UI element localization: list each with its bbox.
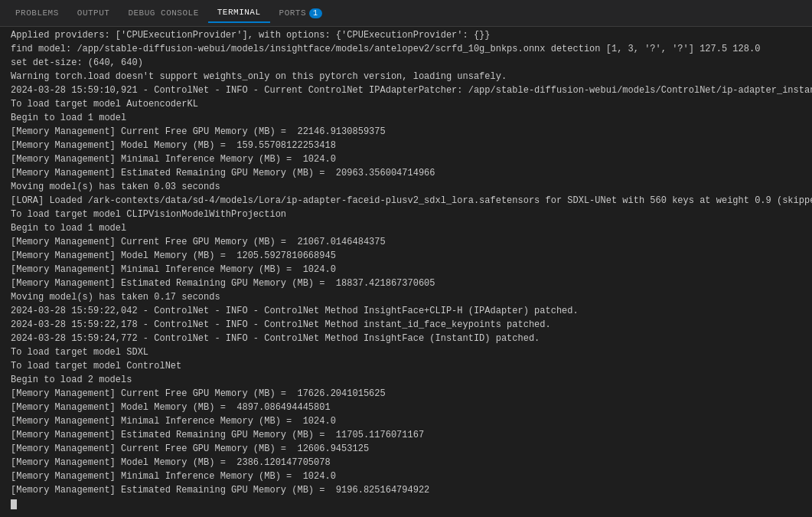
- terminal-line: Moving model(s) has taken 0.17 seconds: [11, 290, 801, 304]
- terminal-line: Warning torch.load doesn't support weigh…: [11, 70, 801, 83]
- terminal-cursor: [11, 499, 17, 509]
- tab-problems[interactable]: PROBLEMS: [6, 4, 68, 22]
- terminal-line: [Memory Management] Estimated Remaining …: [11, 428, 801, 442]
- tab-debug-console[interactable]: DEBUG CONSOLE: [119, 4, 207, 22]
- terminal-line: To load target model SDXL: [11, 345, 801, 359]
- terminal-line: find model: /app/stable-diffusion-webui/…: [11, 42, 801, 56]
- ports-badge: 1: [309, 8, 322, 18]
- terminal-line: [Memory Management] Current Free GPU Mem…: [11, 387, 801, 401]
- tab-terminal[interactable]: TERMINAL: [208, 3, 270, 23]
- terminal-line: [Memory Management] Minimal Inference Me…: [11, 414, 801, 428]
- terminal-line: [Memory Management] Model Memory (MB) = …: [11, 139, 801, 152]
- terminal-line: Begin to load 2 models: [11, 373, 801, 387]
- terminal-line: Begin to load 1 model: [11, 111, 801, 125]
- terminal-line: [Memory Management] Estimated Remaining …: [11, 276, 801, 290]
- terminal-line: [Memory Management] Minimal Inference Me…: [11, 263, 801, 276]
- terminal-line: 2024-03-28 15:59:10,921 - ControlNet - I…: [11, 83, 801, 97]
- terminal-line: [Memory Management] Current Free GPU Mem…: [11, 442, 801, 456]
- terminal-line: [Memory Management] Minimal Inference Me…: [11, 470, 801, 483]
- terminal-line: set det-size: (640, 640): [11, 56, 801, 70]
- terminal-line: Moving model(s) has taken 0.03 seconds: [11, 180, 801, 194]
- terminal-container[interactable]: find model: /app/stable-diffusion-webui/…: [0, 27, 812, 517]
- terminal-line: [Memory Management] Estimated Remaining …: [11, 166, 801, 180]
- terminal-line: [Memory Management] Model Memory (MB) = …: [11, 249, 801, 263]
- terminal-line: [Memory Management] Current Free GPU Mem…: [11, 125, 801, 139]
- ports-tab-label: PORTS: [279, 8, 307, 18]
- tab-ports[interactable]: PORTS 1: [270, 4, 331, 23]
- terminal-line: Applied providers: ['CPUExecutionProvide…: [11, 28, 801, 42]
- terminal-line: Begin to load 1 model: [11, 221, 801, 235]
- terminal-line: [Memory Management] Current Free GPU Mem…: [11, 235, 801, 249]
- terminal-line: [Memory Management] Estimated Remaining …: [11, 483, 801, 497]
- terminal-line: [LORA] Loaded /ark-contexts/data/sd-4/mo…: [11, 194, 801, 208]
- terminal-line: 2024-03-28 15:59:22,042 - ControlNet - I…: [11, 304, 801, 318]
- tab-bar: PROBLEMS OUTPUT DEBUG CONSOLE TERMINAL P…: [0, 0, 812, 27]
- tab-output[interactable]: OUTPUT: [68, 4, 119, 22]
- terminal-line: To load target model CLIPVisionModelWith…: [11, 208, 801, 221]
- terminal-line: [Memory Management] Model Memory (MB) = …: [11, 401, 801, 414]
- terminal-line: [Memory Management] Model Memory (MB) = …: [11, 456, 801, 470]
- terminal-line: 2024-03-28 15:59:22,178 - ControlNet - I…: [11, 318, 801, 332]
- terminal-line: 2024-03-28 15:59:24,772 - ControlNet - I…: [11, 332, 801, 345]
- terminal-line: [Memory Management] Minimal Inference Me…: [11, 152, 801, 166]
- terminal-line: To load target model AutoencoderKL: [11, 97, 801, 111]
- terminal-line: To load target model ControlNet: [11, 359, 801, 373]
- terminal-cursor-line: [11, 497, 801, 511]
